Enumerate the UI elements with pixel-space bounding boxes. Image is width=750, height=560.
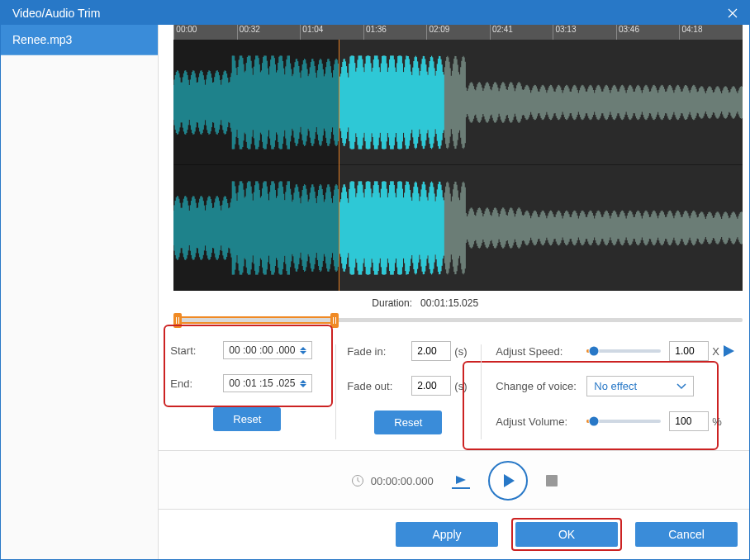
apply-button[interactable]: Apply xyxy=(396,522,498,547)
stop-button[interactable] xyxy=(546,475,558,486)
adjust-speed-label: Adjust Speed: xyxy=(496,345,586,358)
range-selector[interactable] xyxy=(173,313,743,328)
clock-icon xyxy=(351,474,364,487)
close-button[interactable] xyxy=(716,1,749,25)
playhead[interactable] xyxy=(339,40,339,291)
cancel-button[interactable]: Cancel xyxy=(635,522,738,547)
start-spinner[interactable] xyxy=(300,347,306,354)
svg-marker-2 xyxy=(456,476,466,484)
end-label: End: xyxy=(170,377,223,390)
speed-input[interactable] xyxy=(669,341,709,361)
svg-marker-0 xyxy=(724,345,734,357)
time-ruler[interactable]: 00:0000:3201:0401:3602:0902:4103:1303:46… xyxy=(173,25,743,40)
volume-slider[interactable] xyxy=(586,420,661,423)
fade-out-input[interactable] xyxy=(411,376,451,396)
start-time-input[interactable]: 00 :00 :00 .000 xyxy=(223,341,312,359)
end-spinner[interactable] xyxy=(300,380,306,387)
window-title: Video/Audio Trim xyxy=(12,7,100,20)
fade-out-label: Fade out: xyxy=(347,380,411,392)
svg-marker-3 xyxy=(504,474,515,487)
duration-label: Duration: xyxy=(372,297,412,309)
preview-speed-icon[interactable] xyxy=(719,343,738,359)
seek-marker-icon[interactable] xyxy=(452,472,470,489)
end-time-input[interactable]: 00 :01 :15 .025 xyxy=(223,374,312,392)
range-handle-end[interactable] xyxy=(330,313,339,328)
fade-unit: (s) xyxy=(454,345,467,358)
highlight-ok: OK xyxy=(511,518,622,551)
play-button[interactable] xyxy=(488,461,528,501)
player-time: 00:00:00.000 xyxy=(371,475,434,487)
waveform-display[interactable] xyxy=(173,40,743,291)
ok-button[interactable]: OK xyxy=(515,522,618,547)
adjust-volume-label: Adjust Volume: xyxy=(496,415,586,428)
chevron-down-icon xyxy=(676,383,686,390)
start-label: Start: xyxy=(170,344,223,357)
reset-fade-button[interactable]: Reset xyxy=(374,411,442,434)
volume-unit: % xyxy=(712,415,722,428)
range-handle-start[interactable] xyxy=(173,313,182,328)
fade-in-label: Fade in: xyxy=(347,345,411,358)
speed-slider[interactable] xyxy=(586,349,661,353)
change-voice-label: Change of voice: xyxy=(496,380,586,392)
selection-overlay xyxy=(173,40,339,291)
voice-select[interactable]: No effect xyxy=(586,376,694,396)
speed-unit: X xyxy=(712,345,719,358)
reset-trim-button[interactable]: Reset xyxy=(213,407,281,431)
file-sidebar: Renee.mp3 xyxy=(1,25,159,559)
volume-input[interactable] xyxy=(669,411,709,431)
fade-in-input[interactable] xyxy=(411,341,451,361)
duration-value: 00:01:15.025 xyxy=(420,297,478,309)
sidebar-file-item[interactable]: Renee.mp3 xyxy=(1,25,158,55)
